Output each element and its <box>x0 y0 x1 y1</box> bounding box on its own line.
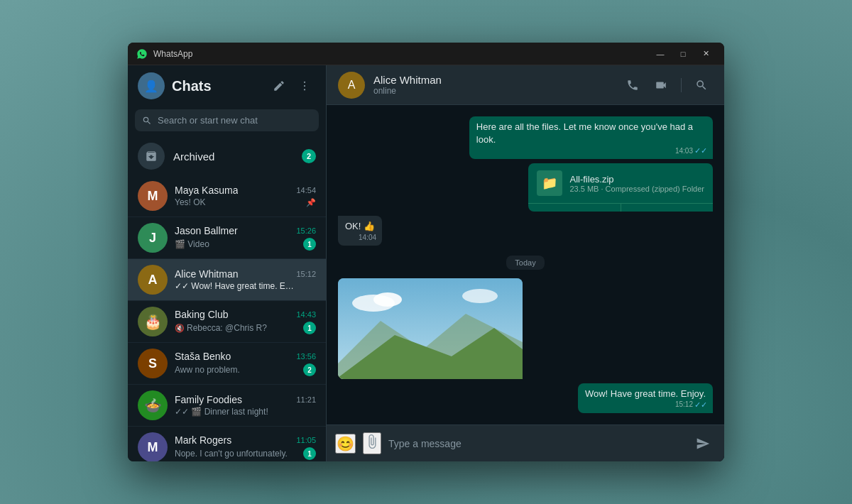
emoji-button[interactable]: 😊 <box>335 434 356 454</box>
chat-item-baking[interactable]: 🎂 Baking Club 14:43 🔇 Rebecca: @Chris R?… <box>128 301 326 343</box>
voice-call-button[interactable] <box>621 74 644 97</box>
chat-time-jason: 15:26 <box>296 226 316 235</box>
svg-point-2 <box>304 89 305 90</box>
search-messages-button[interactable] <box>690 74 713 97</box>
chat-name-maya: Maya Kasuma <box>175 185 238 196</box>
chat-item-maya[interactable]: M Maya Kasuma 14:54 Yes! OK 📌 <box>128 175 326 217</box>
chat-item-mark[interactable]: M Mark Rogers 11:05 Nope. I can't go unf… <box>128 427 326 461</box>
chat-preview-maya: Yes! OK <box>175 197 206 207</box>
chat-name-family: Family Foodies <box>175 394 242 405</box>
sidebar-title: Chats <box>172 78 261 94</box>
chat-info-baking: Baking Club 14:43 🔇 Rebecca: @Chris R? 1 <box>175 309 316 334</box>
search-bar <box>135 109 319 131</box>
archived-label: Archived <box>173 150 293 163</box>
file-actions: Open Save as... <box>528 203 713 212</box>
send-button[interactable] <box>690 431 716 456</box>
image-content[interactable]: So beautiful here! 15:06 <box>338 278 523 378</box>
chat-preview-family: ✓✓ 🎬 Dinner last night! <box>175 407 268 417</box>
file-size: 23.5 MB · Compressed (zipped) Folder <box>569 185 704 193</box>
user-avatar[interactable]: 👤 <box>138 72 165 99</box>
chat-info-stasa: Staša Benko 13:56 Aww no problem. 2 <box>175 351 316 376</box>
chat-header: A Alice Whitman online <box>327 65 724 105</box>
message-text-ok: OK! 👍 <box>345 221 375 231</box>
sidebar: 👤 Chats Arc <box>128 65 327 461</box>
archived-row[interactable]: Archived 2 <box>128 137 326 175</box>
file-content: 📁 All-files.zip 23.5 MB · Compressed (zi… <box>528 163 713 203</box>
messages-container: Here are all the files. Let me know once… <box>327 105 724 424</box>
app-icon <box>136 48 148 60</box>
chat-header-actions <box>621 74 713 97</box>
chat-contact-status: online <box>373 86 613 96</box>
message-time-final: 15:12 ✓✓ <box>675 400 707 410</box>
chat-header-avatar[interactable]: A <box>338 72 365 99</box>
pin-icon-maya: 📌 <box>306 198 316 207</box>
badge-jason: 1 <box>303 238 316 251</box>
message-image: So beautiful here! 15:06 ❤️ <box>338 278 523 378</box>
minimize-button[interactable]: — <box>650 47 670 61</box>
muted-icon-baking: 🔇 <box>175 324 185 333</box>
message-time-1: 14:03 ✓✓ <box>675 146 707 156</box>
chat-name-stasa: Staša Benko <box>175 351 231 362</box>
title-bar: WhatsApp — □ ✕ <box>128 43 724 65</box>
header-divider <box>681 78 682 92</box>
svg-point-1 <box>304 85 305 87</box>
chat-time-maya: 14:54 <box>296 186 316 195</box>
chat-preview-baking: Rebecca: @Chris R? <box>187 323 267 333</box>
avatar-family: 🍲 <box>138 390 168 420</box>
more-options-button[interactable] <box>293 75 316 97</box>
badge-baking: 1 <box>303 322 316 334</box>
date-divider: Today <box>338 256 713 268</box>
window-title: WhatsApp <box>153 49 650 59</box>
avatar-jason: J <box>138 223 168 253</box>
chat-info-jason: Jason Ballmer 15:26 🎬 Video 1 <box>175 225 316 251</box>
badge-stasa: 2 <box>303 363 316 376</box>
file-icon: 📁 <box>537 170 562 196</box>
window-controls: — □ ✕ <box>650 47 716 61</box>
save-file-button[interactable]: Save as... <box>621 204 713 212</box>
close-button[interactable]: ✕ <box>696 47 716 61</box>
chat-preview-stasa: Aww no problem. <box>175 365 240 375</box>
open-file-button[interactable]: Open <box>528 204 620 212</box>
chat-name-baking: Baking Club <box>175 309 229 320</box>
chat-time-baking: 14:43 <box>296 310 316 319</box>
avatar-mark: M <box>138 432 168 461</box>
svg-point-9 <box>462 289 498 303</box>
chat-time-mark: 11:05 <box>296 436 316 444</box>
archived-badge: 2 <box>302 149 316 163</box>
sidebar-actions <box>268 75 316 97</box>
chat-info-family: Family Foodies 11:21 ✓✓ 🎬 Dinner last ni… <box>175 394 316 417</box>
video-call-button[interactable] <box>650 74 672 97</box>
chat-time-stasa: 13:56 <box>296 352 316 361</box>
message-text-final: Wow! Have great time. Enjoy. <box>585 388 706 399</box>
chat-info-maya: Maya Kasuma 14:54 Yes! OK 📌 <box>175 185 316 207</box>
chat-info-alice: Alice Whitman 15:12 ✓✓ Wow! Have great t… <box>175 268 316 291</box>
chat-time-alice: 15:12 <box>296 270 316 278</box>
search-input[interactable] <box>158 109 312 131</box>
attach-button[interactable] <box>363 432 381 454</box>
chat-time-family: 11:21 <box>296 395 316 404</box>
file-name: All-files.zip <box>569 174 704 185</box>
chat-preview-alice: ✓✓ Wow! Have great time. Enjoy. <box>175 281 295 291</box>
app-window: WhatsApp — □ ✕ 👤 Chats <box>128 43 724 461</box>
svg-point-8 <box>373 292 402 307</box>
read-receipts-final: ✓✓ <box>694 400 707 410</box>
message-file: 📁 All-files.zip 23.5 MB · Compressed (zi… <box>528 163 713 212</box>
avatar-stasa: S <box>138 349 168 378</box>
chat-item-stasa[interactable]: S Staša Benko 13:56 Aww no problem. 2 <box>128 343 326 385</box>
badge-mark: 1 <box>303 447 316 460</box>
chat-header-info: Alice Whitman online <box>373 74 613 96</box>
new-chat-button[interactable] <box>268 75 290 97</box>
chat-item-jason[interactable]: J Jason Ballmer 15:26 🎬 Video 1 <box>128 217 326 259</box>
message-input[interactable] <box>388 438 683 449</box>
avatar-baking: 🎂 <box>138 307 168 336</box>
maximize-button[interactable]: □ <box>673 47 693 61</box>
search-icon <box>142 116 152 126</box>
chat-item-family[interactable]: 🍲 Family Foodies 11:21 ✓✓ 🎬 Dinner last … <box>128 385 326 427</box>
chat-item-alice[interactable]: A Alice Whitman 15:12 ✓✓ Wow! Have great… <box>128 259 326 301</box>
message-1: Here are all the files. Let me know once… <box>469 116 713 159</box>
sidebar-header: 👤 Chats <box>128 65 326 106</box>
message-text-1: Here are all the files. Let me know once… <box>476 121 693 145</box>
chat-info-mark: Mark Rogers 11:05 Nope. I can't go unfor… <box>175 434 316 460</box>
chat-preview-mark: Nope. I can't go unfortunately. <box>175 449 288 459</box>
main-content: 👤 Chats Arc <box>128 65 724 461</box>
